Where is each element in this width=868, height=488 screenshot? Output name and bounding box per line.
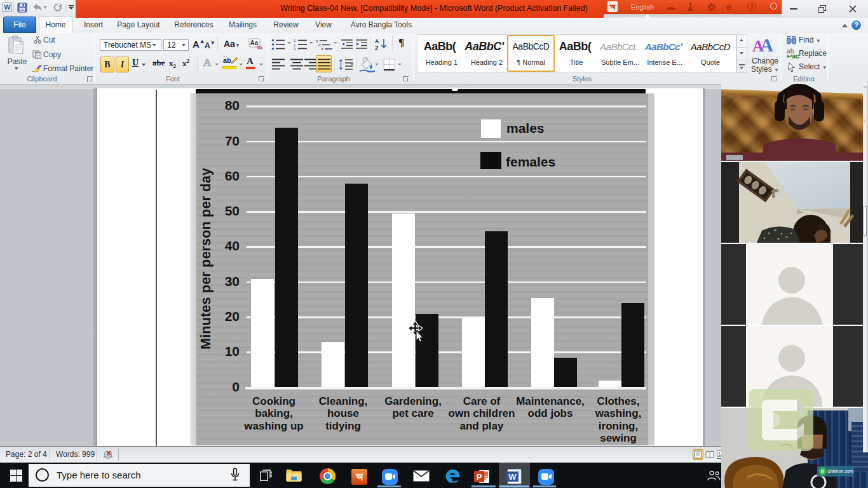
svg-text:a: a (321, 46, 323, 50)
svg-text:A: A (375, 38, 379, 44)
svg-text:P: P (477, 472, 482, 482)
svg-text:Aa: Aa (250, 39, 259, 46)
svg-text:1: 1 (294, 39, 296, 43)
svg-text:W: W (508, 472, 517, 482)
svg-text:3: 3 (294, 47, 296, 50)
svg-text:2: 2 (294, 43, 296, 47)
svg-text:Z: Z (375, 45, 379, 51)
